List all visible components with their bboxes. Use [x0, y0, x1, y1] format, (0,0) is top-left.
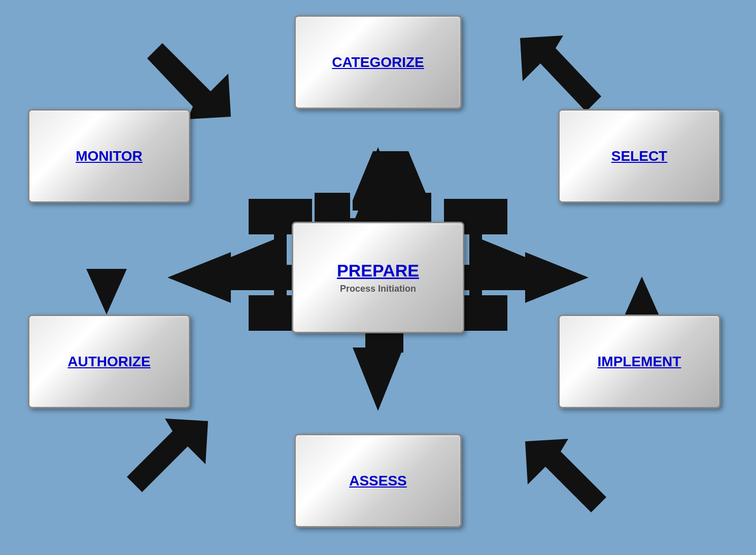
arrow-left-up [86, 269, 127, 315]
box-categorize[interactable]: CATEGORIZE [294, 15, 462, 109]
box-implement[interactable]: IMPLEMENT [558, 315, 720, 408]
prepare-label: PREPARE [337, 261, 419, 281]
implement-label: IMPLEMENT [598, 354, 681, 370]
diagram-container: CATEGORIZE MONITOR SELECT PREPARE Proces… [0, 0, 756, 555]
arrow-top-left [147, 43, 231, 119]
select-label: SELECT [611, 148, 667, 164]
box-authorize[interactable]: AUTHORIZE [28, 315, 190, 408]
box-select[interactable]: SELECT [558, 109, 720, 203]
authorize-label: AUTHORIZE [67, 354, 150, 370]
box-monitor[interactable]: MONITOR [28, 109, 190, 203]
box-assess[interactable]: ASSESS [294, 434, 462, 528]
assess-label: ASSESS [349, 473, 407, 489]
prepare-sublabel: Process Initiation [340, 284, 416, 294]
box-prepare[interactable]: PREPARE Process Initiation [292, 222, 464, 333]
categorize-label: CATEGORIZE [332, 54, 424, 71]
arrow-top-right [520, 36, 601, 112]
monitor-label: MONITOR [76, 148, 143, 164]
arrow-bottom-left [127, 419, 208, 492]
arrow-bottom-right [525, 439, 606, 512]
